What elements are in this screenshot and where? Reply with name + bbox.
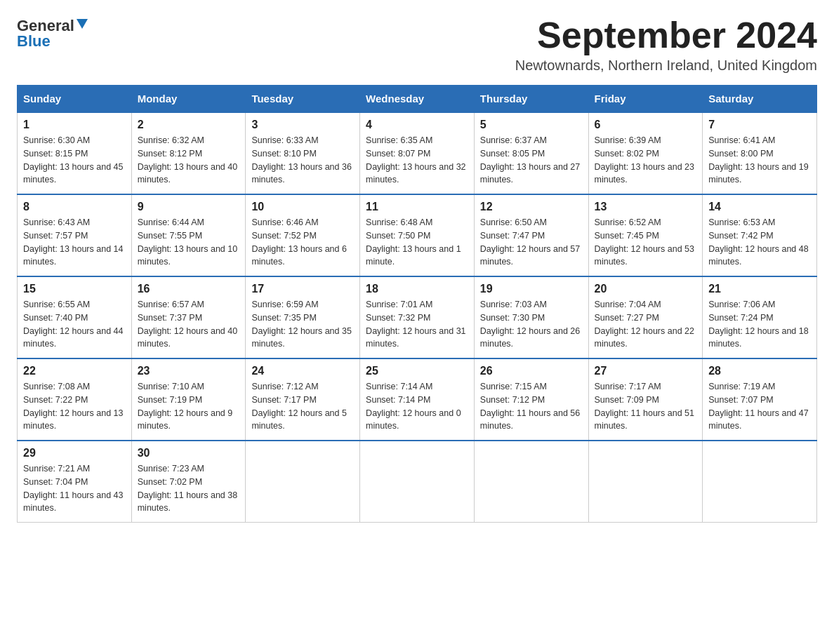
calendar-cell: 27 Sunrise: 7:17 AM Sunset: 7:09 PM Dayl… xyxy=(588,358,703,441)
day-number: 10 xyxy=(251,201,354,213)
day-number: 23 xyxy=(138,365,240,377)
day-number: 14 xyxy=(708,201,811,213)
day-number: 19 xyxy=(480,283,583,295)
calendar-cell: 23 Sunrise: 7:10 AM Sunset: 7:19 PM Dayl… xyxy=(131,358,246,441)
logo: General Blue xyxy=(17,17,88,51)
calendar-cell: 19 Sunrise: 7:03 AM Sunset: 7:30 PM Dayl… xyxy=(474,276,588,358)
calendar-cell: 26 Sunrise: 7:15 AM Sunset: 7:12 PM Dayl… xyxy=(474,358,588,441)
day-number: 30 xyxy=(138,447,240,459)
calendar-cell: 13 Sunrise: 6:52 AM Sunset: 7:45 PM Dayl… xyxy=(588,194,703,276)
day-number: 4 xyxy=(366,119,468,131)
calendar-cell: 18 Sunrise: 7:01 AM Sunset: 7:32 PM Dayl… xyxy=(360,276,475,358)
day-info: Sunrise: 7:06 AM Sunset: 7:24 PM Dayligh… xyxy=(708,298,811,351)
day-number: 9 xyxy=(138,201,240,213)
day-info: Sunrise: 6:39 AM Sunset: 8:02 PM Dayligh… xyxy=(595,134,697,187)
day-number: 21 xyxy=(708,283,811,295)
calendar-cell xyxy=(588,441,703,523)
day-number: 28 xyxy=(708,365,811,377)
day-info: Sunrise: 7:08 AM Sunset: 7:22 PM Dayligh… xyxy=(23,380,126,433)
calendar-cell: 5 Sunrise: 6:37 AM Sunset: 8:05 PM Dayli… xyxy=(474,112,588,194)
day-info: Sunrise: 6:48 AM Sunset: 7:50 PM Dayligh… xyxy=(366,216,468,269)
calendar-cell: 7 Sunrise: 6:41 AM Sunset: 8:00 PM Dayli… xyxy=(703,112,817,194)
day-info: Sunrise: 7:04 AM Sunset: 7:27 PM Dayligh… xyxy=(595,298,697,351)
calendar-cell: 6 Sunrise: 6:39 AM Sunset: 8:02 PM Dayli… xyxy=(588,112,703,194)
title-area: September 2024 Newtownards, Northern Ire… xyxy=(515,17,817,74)
calendar-cell: 29 Sunrise: 7:21 AM Sunset: 7:04 PM Dayl… xyxy=(18,441,132,523)
calendar-cell: 12 Sunrise: 6:50 AM Sunset: 7:47 PM Dayl… xyxy=(474,194,588,276)
calendar-cell: 22 Sunrise: 7:08 AM Sunset: 7:22 PM Dayl… xyxy=(18,358,132,441)
day-info: Sunrise: 6:57 AM Sunset: 7:37 PM Dayligh… xyxy=(138,298,240,351)
day-number: 17 xyxy=(251,283,354,295)
calendar-cell: 8 Sunrise: 6:43 AM Sunset: 7:57 PM Dayli… xyxy=(18,194,132,276)
day-info: Sunrise: 7:10 AM Sunset: 7:19 PM Dayligh… xyxy=(138,380,240,433)
week-row-1: 1 Sunrise: 6:30 AM Sunset: 8:15 PM Dayli… xyxy=(18,112,817,194)
calendar-cell: 28 Sunrise: 7:19 AM Sunset: 7:07 PM Dayl… xyxy=(703,358,817,441)
calendar-cell: 17 Sunrise: 6:59 AM Sunset: 7:35 PM Dayl… xyxy=(246,276,360,358)
day-number: 6 xyxy=(595,119,697,131)
logo-text-blue: Blue xyxy=(17,32,51,51)
day-number: 29 xyxy=(23,447,126,459)
day-info: Sunrise: 7:19 AM Sunset: 7:07 PM Dayligh… xyxy=(708,380,811,433)
calendar-cell: 21 Sunrise: 7:06 AM Sunset: 7:24 PM Dayl… xyxy=(703,276,817,358)
week-row-3: 15 Sunrise: 6:55 AM Sunset: 7:40 PM Dayl… xyxy=(18,276,817,358)
col-friday: Friday xyxy=(588,86,703,113)
day-info: Sunrise: 6:37 AM Sunset: 8:05 PM Dayligh… xyxy=(480,134,583,187)
week-row-4: 22 Sunrise: 7:08 AM Sunset: 7:22 PM Dayl… xyxy=(18,358,817,441)
calendar-cell: 25 Sunrise: 7:14 AM Sunset: 7:14 PM Dayl… xyxy=(360,358,475,441)
calendar-cell: 24 Sunrise: 7:12 AM Sunset: 7:17 PM Dayl… xyxy=(246,358,360,441)
day-info: Sunrise: 7:03 AM Sunset: 7:30 PM Dayligh… xyxy=(480,298,583,351)
calendar-cell xyxy=(703,441,817,523)
day-number: 1 xyxy=(23,119,126,131)
logo-arrow-icon xyxy=(77,19,88,33)
col-monday: Monday xyxy=(131,86,246,113)
col-sunday: Sunday xyxy=(18,86,132,113)
day-number: 25 xyxy=(366,365,468,377)
day-number: 13 xyxy=(595,201,697,213)
week-row-2: 8 Sunrise: 6:43 AM Sunset: 7:57 PM Dayli… xyxy=(18,194,817,276)
calendar-cell: 20 Sunrise: 7:04 AM Sunset: 7:27 PM Dayl… xyxy=(588,276,703,358)
col-wednesday: Wednesday xyxy=(360,86,475,113)
calendar-table: Sunday Monday Tuesday Wednesday Thursday… xyxy=(17,85,817,523)
col-thursday: Thursday xyxy=(474,86,588,113)
svg-marker-0 xyxy=(77,19,88,29)
day-number: 5 xyxy=(480,119,583,131)
calendar-cell: 16 Sunrise: 6:57 AM Sunset: 7:37 PM Dayl… xyxy=(131,276,246,358)
day-info: Sunrise: 7:21 AM Sunset: 7:04 PM Dayligh… xyxy=(23,462,126,515)
day-info: Sunrise: 6:32 AM Sunset: 8:12 PM Dayligh… xyxy=(138,134,240,187)
calendar-header-row: Sunday Monday Tuesday Wednesday Thursday… xyxy=(18,86,817,113)
day-number: 3 xyxy=(251,119,354,131)
day-info: Sunrise: 6:55 AM Sunset: 7:40 PM Dayligh… xyxy=(23,298,126,351)
day-number: 12 xyxy=(480,201,583,213)
day-number: 20 xyxy=(595,283,697,295)
day-info: Sunrise: 6:53 AM Sunset: 7:42 PM Dayligh… xyxy=(708,216,811,269)
calendar-cell: 14 Sunrise: 6:53 AM Sunset: 7:42 PM Dayl… xyxy=(703,194,817,276)
day-info: Sunrise: 6:35 AM Sunset: 8:07 PM Dayligh… xyxy=(366,134,468,187)
day-info: Sunrise: 6:33 AM Sunset: 8:10 PM Dayligh… xyxy=(251,134,354,187)
day-info: Sunrise: 6:44 AM Sunset: 7:55 PM Dayligh… xyxy=(138,216,240,269)
location-subtitle: Newtownards, Northern Ireland, United Ki… xyxy=(515,58,817,74)
day-number: 22 xyxy=(23,365,126,377)
calendar-cell: 4 Sunrise: 6:35 AM Sunset: 8:07 PM Dayli… xyxy=(360,112,475,194)
calendar-cell xyxy=(246,441,360,523)
day-info: Sunrise: 6:52 AM Sunset: 7:45 PM Dayligh… xyxy=(595,216,697,269)
calendar-cell: 2 Sunrise: 6:32 AM Sunset: 8:12 PM Dayli… xyxy=(131,112,246,194)
page-header: General Blue September 2024 Newtownards,… xyxy=(17,17,817,74)
day-info: Sunrise: 7:17 AM Sunset: 7:09 PM Dayligh… xyxy=(595,380,697,433)
calendar-cell xyxy=(474,441,588,523)
day-info: Sunrise: 7:23 AM Sunset: 7:02 PM Dayligh… xyxy=(138,462,240,515)
day-number: 26 xyxy=(480,365,583,377)
day-info: Sunrise: 6:50 AM Sunset: 7:47 PM Dayligh… xyxy=(480,216,583,269)
calendar-cell: 15 Sunrise: 6:55 AM Sunset: 7:40 PM Dayl… xyxy=(18,276,132,358)
calendar-cell: 9 Sunrise: 6:44 AM Sunset: 7:55 PM Dayli… xyxy=(131,194,246,276)
day-info: Sunrise: 7:12 AM Sunset: 7:17 PM Dayligh… xyxy=(251,380,354,433)
day-info: Sunrise: 7:01 AM Sunset: 7:32 PM Dayligh… xyxy=(366,298,468,351)
day-info: Sunrise: 7:14 AM Sunset: 7:14 PM Dayligh… xyxy=(366,380,468,433)
day-info: Sunrise: 6:41 AM Sunset: 8:00 PM Dayligh… xyxy=(708,134,811,187)
month-title: September 2024 xyxy=(515,17,817,53)
calendar-cell xyxy=(360,441,475,523)
day-number: 16 xyxy=(138,283,240,295)
calendar-cell: 1 Sunrise: 6:30 AM Sunset: 8:15 PM Dayli… xyxy=(18,112,132,194)
col-tuesday: Tuesday xyxy=(246,86,360,113)
day-info: Sunrise: 6:46 AM Sunset: 7:52 PM Dayligh… xyxy=(251,216,354,269)
calendar-cell: 10 Sunrise: 6:46 AM Sunset: 7:52 PM Dayl… xyxy=(246,194,360,276)
